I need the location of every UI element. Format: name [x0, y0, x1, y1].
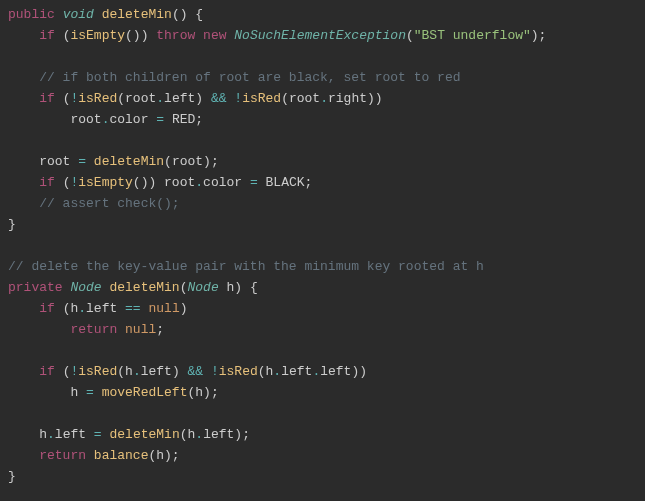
line-13: return null; [8, 322, 164, 337]
line-11: private Node deleteMin(Node h) { [8, 280, 258, 295]
line-5: root.color = RED; [8, 112, 203, 127]
line-12: if (h.left == null) [8, 301, 188, 316]
line-2: if (isEmpty()) throw new NoSuchElementEx… [8, 28, 546, 43]
line-3: // if both children of root are black, s… [8, 70, 461, 85]
line-10: // delete the key-value pair with the mi… [8, 259, 484, 274]
line-6: root = deleteMin(root); [8, 154, 219, 169]
line-9: } [8, 217, 16, 232]
line-4: if (!isRed(root.left) && !isRed(root.rig… [8, 91, 383, 106]
line-18: } [8, 469, 16, 484]
line-15: h = moveRedLeft(h); [8, 385, 219, 400]
line-8: // assert check(); [8, 196, 180, 211]
line-16: h.left = deleteMin(h.left); [8, 427, 250, 442]
code-block: public void deleteMin() { if (isEmpty())… [0, 0, 645, 491]
line-17: return balance(h); [8, 448, 180, 463]
line-14: if (!isRed(h.left) && !isRed(h.left.left… [8, 364, 367, 379]
line-7: if (!isEmpty()) root.color = BLACK; [8, 175, 312, 190]
line-1: public void deleteMin() { [8, 7, 203, 22]
